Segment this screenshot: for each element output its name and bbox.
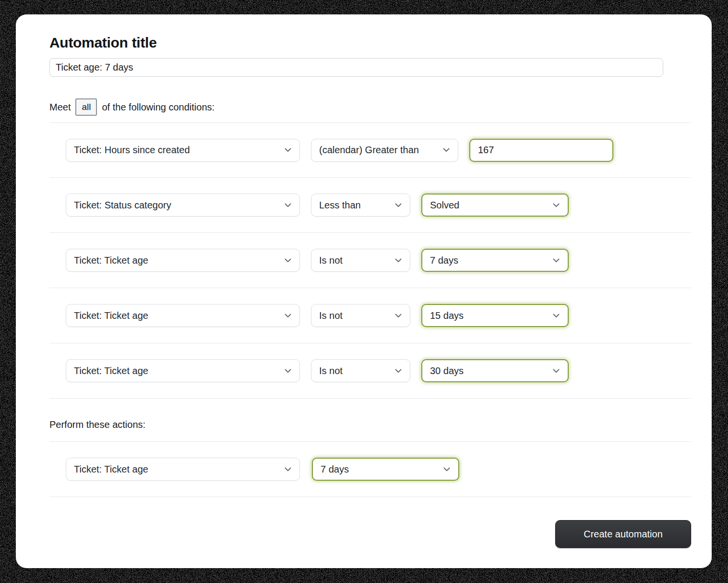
chevron-down-icon — [443, 148, 450, 152]
action-value-select[interactable]: 7 days — [312, 458, 459, 481]
condition-field-label: Ticket: Ticket age — [74, 255, 148, 266]
conditions-match-sentence: Meet all of the following conditions: — [49, 97, 215, 117]
condition-field-label: Ticket: Status category — [74, 200, 171, 211]
condition-field-label: Ticket: Hours since created — [74, 145, 190, 156]
chevron-down-icon — [285, 148, 291, 152]
chevron-down-icon — [285, 369, 291, 373]
match-sentence-prefix: Meet — [49, 102, 71, 113]
condition-value-label: 7 days — [430, 255, 458, 266]
condition-field-select[interactable]: Ticket: Hours since created — [66, 139, 300, 162]
page-title: Automation title — [49, 35, 157, 51]
condition-operator-select[interactable]: Less than — [311, 194, 410, 217]
action-value-label: 7 days — [321, 464, 349, 475]
condition-operator-label: Less than — [319, 200, 361, 211]
chevron-down-icon — [553, 203, 560, 207]
actions-list: Ticket: Ticket age 7 days — [49, 441, 691, 497]
conditions-list: Ticket: Hours since created (calendar) G… — [49, 122, 691, 399]
condition-value-input[interactable] — [469, 139, 613, 162]
condition-row: Ticket: Status category Less than Solved — [49, 178, 691, 233]
chevron-down-icon — [395, 369, 402, 373]
condition-operator-label: (calendar) Greater than — [319, 145, 419, 156]
chevron-down-icon — [443, 467, 450, 472]
condition-row: Ticket: Ticket age Is not 15 days — [49, 288, 691, 343]
condition-row: Ticket: Ticket age Is not 30 days — [49, 343, 691, 399]
condition-field-select[interactable]: Ticket: Ticket age — [66, 304, 300, 327]
condition-operator-select[interactable]: Is not — [311, 359, 410, 382]
action-field-label: Ticket: Ticket age — [74, 464, 148, 475]
chevron-down-icon — [285, 467, 291, 472]
condition-value-label: 30 days — [430, 365, 464, 377]
condition-field-select[interactable]: Ticket: Ticket age — [66, 359, 300, 382]
condition-field-label: Ticket: Ticket age — [74, 365, 148, 377]
automation-form-card: Automation title Meet all of the followi… — [16, 14, 712, 568]
condition-value-label: 15 days — [430, 310, 464, 321]
condition-row: Ticket: Hours since created (calendar) G… — [49, 122, 691, 178]
actions-heading: Perform these actions: — [49, 419, 145, 430]
condition-operator-select[interactable]: (calendar) Greater than — [311, 139, 458, 162]
condition-field-select[interactable]: Ticket: Status category — [66, 194, 300, 217]
match-sentence-suffix: of the following conditions: — [102, 102, 215, 113]
condition-operator-label: Is not — [319, 255, 343, 266]
chevron-down-icon — [395, 203, 402, 207]
chevron-down-icon — [395, 314, 402, 318]
condition-value-select[interactable]: Solved — [421, 194, 569, 217]
condition-operator-select[interactable]: Is not — [311, 249, 410, 272]
chevron-down-icon — [285, 203, 291, 207]
condition-field-select[interactable]: Ticket: Ticket age — [66, 249, 300, 272]
chevron-down-icon — [553, 258, 560, 263]
condition-operator-label: Is not — [319, 310, 343, 321]
chevron-down-icon — [285, 314, 291, 318]
condition-value-select[interactable]: 7 days — [421, 249, 569, 272]
condition-value-select[interactable]: 15 days — [421, 304, 569, 327]
chevron-down-icon — [285, 258, 291, 263]
action-field-select[interactable]: Ticket: Ticket age — [66, 458, 300, 481]
condition-value-label: Solved — [430, 200, 459, 211]
create-automation-button[interactable]: Create automation — [555, 520, 691, 548]
automation-title-input[interactable] — [49, 58, 663, 77]
chevron-down-icon — [553, 314, 560, 318]
condition-row: Ticket: Ticket age Is not 7 days — [49, 233, 691, 288]
chevron-down-icon — [395, 258, 402, 263]
condition-operator-label: Is not — [319, 365, 343, 377]
chevron-down-icon — [553, 369, 560, 373]
condition-operator-select[interactable]: Is not — [311, 304, 410, 327]
condition-value-select[interactable]: 30 days — [421, 359, 569, 382]
action-row: Ticket: Ticket age 7 days — [49, 441, 691, 497]
condition-field-label: Ticket: Ticket age — [74, 310, 148, 321]
match-operator-selector[interactable]: all — [75, 98, 97, 116]
